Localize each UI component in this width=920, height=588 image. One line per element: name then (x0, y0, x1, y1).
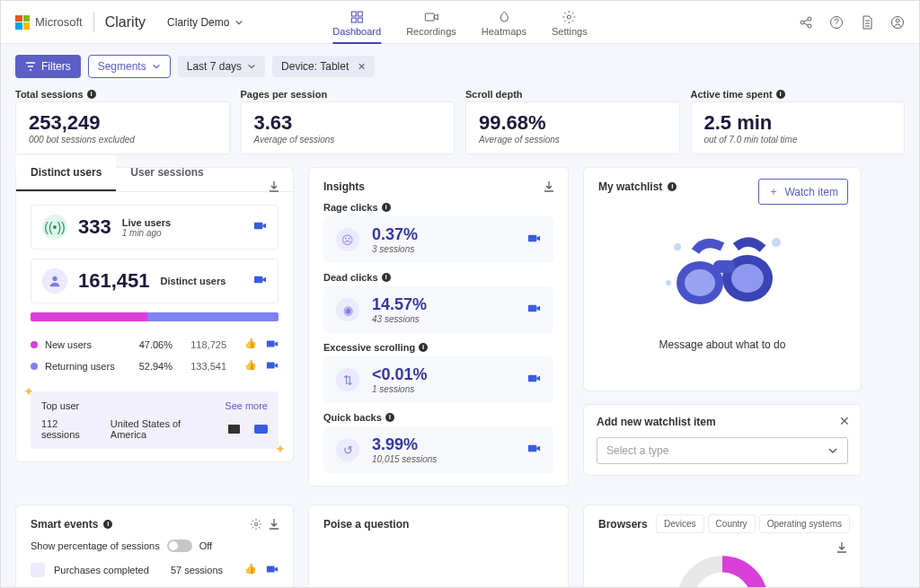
scroll-icon: ⇅ (336, 368, 359, 391)
toggle-state: Off (199, 540, 212, 551)
svg-rect-31 (267, 566, 275, 573)
watchlist-card: My watchlisti ＋ Watch item (583, 167, 862, 391)
nav-settings[interactable]: Settings (552, 10, 588, 44)
info-icon[interactable]: i (419, 343, 428, 352)
quick-icon: ↺ (336, 438, 359, 461)
microsoft-word: Microsoft (35, 15, 83, 29)
insight-quick[interactable]: ↺ 3.99%10,015 sessions (323, 426, 553, 473)
download-icon[interactable] (836, 541, 848, 554)
svg-rect-29 (713, 260, 735, 273)
tab-os[interactable]: Operating systems (759, 514, 850, 533)
watchlist-type-select[interactable]: Select a type (597, 437, 848, 464)
download-icon[interactable] (268, 180, 280, 193)
tab-user-sessions[interactable]: User sessions (116, 155, 217, 191)
nav-recordings[interactable]: Recordings (406, 10, 456, 44)
tab-country[interactable]: Country (708, 514, 756, 533)
project-selector[interactable]: Clarity Demo (167, 16, 243, 29)
project-name: Clarity Demo (167, 16, 229, 29)
share-icon[interactable] (799, 15, 813, 30)
distinct-users-stat[interactable]: 161,451 Distinct users (31, 259, 279, 303)
info-icon[interactable]: i (87, 90, 96, 99)
info-icon[interactable]: i (382, 203, 391, 212)
tab-distinct-users[interactable]: Distinct users (16, 155, 116, 191)
document-icon[interactable] (860, 15, 874, 30)
smart-events-card: Smart eventsi Show percentage of session… (15, 505, 294, 588)
camera-icon[interactable] (266, 338, 279, 352)
svg-rect-2 (351, 18, 356, 22)
insight-value: 14.57% (372, 295, 427, 314)
filters-button[interactable]: Filters (15, 55, 81, 78)
watchlist-message: Message about what to do (598, 338, 846, 351)
nav-settings-label: Settings (552, 26, 588, 37)
sessions-pct-toggle[interactable] (167, 540, 192, 552)
thumbs-icon[interactable]: 👍 (244, 563, 257, 577)
gear-icon[interactable] (250, 518, 262, 531)
thumbs-icon[interactable]: 👍 (244, 359, 257, 373)
camera-icon[interactable] (266, 563, 279, 577)
svg-point-24 (666, 280, 671, 285)
daterange-chip[interactable]: Last 7 days (178, 56, 265, 77)
help-icon[interactable] (829, 15, 844, 30)
legend-returning-users[interactable]: Returning users 52.94% 133,541 👍 (31, 355, 279, 377)
nav-heatmaps-label: Heatmaps (482, 26, 526, 37)
chevron-down-icon (247, 62, 256, 71)
camera-icon[interactable] (527, 372, 541, 388)
camera-icon[interactable] (266, 359, 279, 373)
kpi-value: 3.63 (254, 111, 442, 135)
camera-icon[interactable] (527, 442, 541, 458)
sparkle-icon: ✦ (275, 442, 286, 456)
kpi-scroll[interactable]: 99.68% Average of sessions (465, 101, 680, 154)
info-icon[interactable]: i (382, 273, 391, 282)
device-chip-label: Device: Tablet (281, 60, 349, 73)
live-icon: ((•)) (42, 215, 67, 240)
event-name: Purchases completed (54, 565, 149, 575)
legend-dot-icon (31, 341, 38, 348)
svg-point-21 (674, 243, 681, 250)
segments-button[interactable]: Segments (88, 55, 171, 78)
see-more-link[interactable]: See more (225, 400, 268, 411)
kpi-sessions-label: Total sessionsi (15, 89, 230, 100)
users-tabs: Distinct users User sessions (16, 155, 293, 192)
insights-title: Insights (323, 180, 553, 193)
kpi-sessions[interactable]: 253,249 000 bot sessions excluded (15, 101, 230, 154)
info-icon[interactable]: i (776, 90, 785, 99)
device-chip[interactable]: Device: Tablet ✕ (272, 56, 375, 77)
download-icon[interactable] (543, 180, 555, 193)
camera-icon[interactable] (253, 219, 267, 235)
account-icon[interactable] (890, 15, 905, 30)
insight-scroll[interactable]: ⇅ <0.01%1 sessions (323, 356, 553, 403)
close-icon[interactable]: ✕ (358, 61, 366, 73)
info-icon[interactable]: i (103, 520, 112, 529)
camera-icon[interactable] (527, 232, 541, 248)
smart-event-row[interactable]: Purchases completed 57 sessions 👍 (31, 563, 279, 577)
svg-point-11 (896, 19, 899, 22)
svg-rect-19 (528, 375, 536, 382)
binoculars-illustration (598, 211, 846, 328)
browsers-card: Browsers Devices Country Operating syste… (583, 505, 862, 588)
watch-item-button[interactable]: ＋ Watch item (758, 179, 848, 205)
kpi-pps[interactable]: 3.63 Average of sessions (241, 101, 456, 154)
close-icon[interactable]: ✕ (839, 414, 850, 428)
divider (93, 13, 94, 32)
dashboard-icon (349, 10, 364, 24)
thumbs-icon[interactable]: 👍 (244, 338, 257, 352)
camera-icon[interactable] (527, 302, 541, 318)
insight-rage[interactable]: ☹ 0.37%3 sessions (323, 216, 553, 263)
camera-icon[interactable] (253, 273, 267, 289)
topuser-sessions: 112 sessions (41, 418, 96, 440)
legend-new-users[interactable]: New users 47.06% 118,725 👍 (31, 334, 279, 355)
tab-devices[interactable]: Devices (656, 514, 704, 533)
insight-sub: 3 sessions (372, 244, 418, 254)
nav-heatmaps[interactable]: Heatmaps (482, 10, 526, 44)
kpi-active[interactable]: 2.5 min out of 7.0 min total time (691, 101, 906, 154)
kpi-pps-label: Pages per session (241, 89, 456, 100)
info-icon[interactable]: i (385, 413, 394, 422)
info-icon[interactable]: i (668, 182, 677, 191)
microsoft-logo-icon (15, 15, 30, 30)
nav-dashboard[interactable]: Dashboard (332, 10, 381, 44)
download-icon[interactable] (268, 518, 280, 531)
insight-value: 0.37% (372, 225, 418, 244)
svg-rect-17 (528, 235, 536, 242)
insight-dead[interactable]: ◉ 14.57%43 sessions (323, 286, 553, 333)
live-users-stat[interactable]: ((•)) 333 Live users1 min ago (31, 205, 279, 250)
